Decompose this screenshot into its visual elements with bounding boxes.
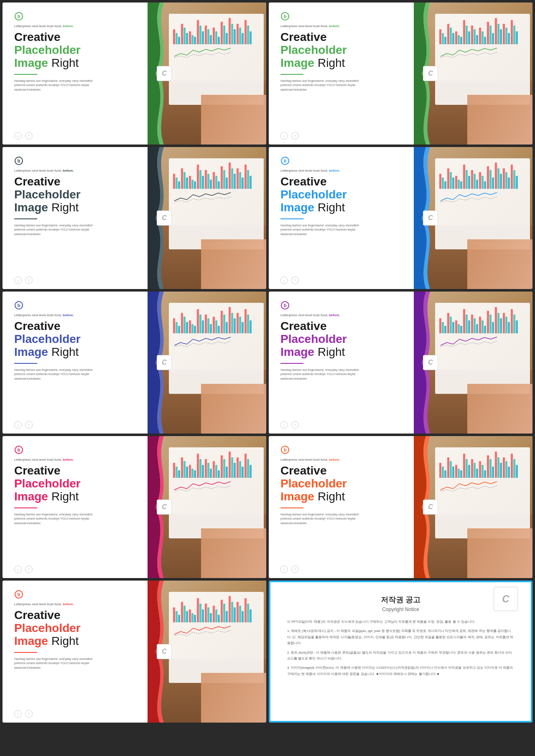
small-text: Letterpress next level trust fund, befor… xyxy=(14,602,140,606)
title-right: Right xyxy=(51,490,79,503)
mini-logo: C xyxy=(423,500,438,515)
document-paper xyxy=(169,14,264,105)
bottom-icons: ↓ ↑ xyxy=(14,277,33,284)
title-creative: Creative xyxy=(14,609,140,622)
brand-logo-icon: b xyxy=(280,445,290,454)
bottom-icons: ↓ ↑ xyxy=(280,132,299,140)
download-icon[interactable]: ↓ xyxy=(280,132,288,140)
hand-image xyxy=(467,95,532,145)
body-text: Hashtag fashion axe fingerstache, everyd… xyxy=(14,79,98,92)
small-text: Letterpress next level trust fund, befor… xyxy=(14,313,140,317)
slide-content-4: b Letterpress next level trust fund, bef… xyxy=(269,147,414,289)
download-icon[interactable]: ↓ xyxy=(14,132,22,140)
download-icon[interactable]: ↓ xyxy=(14,566,22,573)
divider xyxy=(280,507,303,508)
logo-area: b xyxy=(280,156,406,165)
title-creative: Creative xyxy=(280,175,406,188)
line-chart xyxy=(172,46,260,61)
mini-logo: C xyxy=(157,355,172,370)
divider xyxy=(14,74,37,75)
hand-image xyxy=(467,384,532,434)
small-text: Letterpress next level trust fund, befor… xyxy=(280,458,406,462)
share-icon[interactable]: ↑ xyxy=(25,421,33,429)
logo-area: b xyxy=(280,12,406,21)
title-creative: Creative xyxy=(14,320,140,333)
title-placeholder: Placeholder xyxy=(280,477,406,490)
line-chart xyxy=(438,479,527,494)
slide-4: b Letterpress next level trust fund, bef… xyxy=(269,147,532,289)
small-text: Letterpress next level trust fund, befor… xyxy=(14,458,140,462)
slide-content-2: b Letterpress next level trust fund, bef… xyxy=(269,3,414,145)
download-icon[interactable]: ↓ xyxy=(280,421,288,429)
share-icon[interactable]: ↑ xyxy=(291,421,299,429)
bottom-icons: ↓ ↑ xyxy=(280,421,299,429)
svg-text:b: b xyxy=(284,447,287,452)
hand-image xyxy=(201,239,266,289)
slide-grid: b Letterpress next level trust fund, bef… xyxy=(0,0,535,725)
download-icon[interactable]: ↓ xyxy=(280,277,288,284)
title-placeholder: Placeholder xyxy=(280,188,406,201)
document-paper xyxy=(169,158,264,249)
share-icon[interactable]: ↑ xyxy=(25,566,33,573)
hand-image xyxy=(201,384,266,434)
copyright-slide: 저작권 공고 Copyright Notice 이 PPT파일(이하 '제품')… xyxy=(269,581,532,723)
slide-content-7: b Letterpress next level trust fund, bef… xyxy=(3,436,148,578)
document-paper xyxy=(435,303,530,394)
title-creative: Creative xyxy=(280,320,406,333)
title-right: Right xyxy=(51,635,79,648)
mini-logo: C xyxy=(423,211,438,226)
svg-text:b: b xyxy=(284,158,287,163)
download-icon[interactable]: ↓ xyxy=(14,710,22,718)
title-right: Right xyxy=(318,201,345,214)
document-paper xyxy=(169,303,264,394)
document-paper xyxy=(435,14,530,105)
slide-image-area-9: C xyxy=(148,581,266,723)
brand-logo-icon: b xyxy=(14,445,23,454)
line-chart xyxy=(438,46,527,61)
slide-image-area-1: C xyxy=(148,3,266,145)
svg-text:b: b xyxy=(18,447,20,452)
share-icon[interactable]: ↑ xyxy=(25,132,33,140)
copyright-logo: C xyxy=(493,586,518,611)
title-image: Image xyxy=(14,57,48,70)
svg-text:b: b xyxy=(18,158,20,163)
svg-text:b: b xyxy=(18,303,20,308)
title-image: Image xyxy=(280,57,314,70)
title-placeholder: Placeholder xyxy=(14,333,140,346)
hand-image xyxy=(201,528,266,578)
divider xyxy=(280,218,303,219)
download-icon[interactable]: ↓ xyxy=(14,421,22,429)
download-icon[interactable]: ↓ xyxy=(14,277,22,284)
title-right: Right xyxy=(318,490,345,503)
body-text: Hashtag fashion axe fingerstache, everyd… xyxy=(14,223,98,237)
bottom-icons: ↓ ↑ xyxy=(14,710,33,718)
bottom-icons: ↓ ↑ xyxy=(14,421,33,429)
body-text: Hashtag fashion axe fingerstache, everyd… xyxy=(14,512,98,526)
title-image: Image xyxy=(14,346,48,359)
share-icon[interactable]: ↑ xyxy=(291,132,299,140)
share-icon[interactable]: ↑ xyxy=(291,277,299,284)
slide-image-area-2: C xyxy=(414,3,532,145)
title-placeholder: Placeholder xyxy=(14,44,140,57)
bottom-icons: ↓ ↑ xyxy=(14,566,33,573)
svg-text:b: b xyxy=(18,14,20,19)
title-placeholder: Placeholder xyxy=(14,622,140,635)
share-icon[interactable]: ↑ xyxy=(291,566,299,573)
brand-logo-icon: b xyxy=(280,301,290,310)
title-placeholder: Placeholder xyxy=(280,333,406,346)
slide-image-area-5: C xyxy=(148,292,266,434)
hand-image xyxy=(467,528,532,578)
title-creative: Creative xyxy=(280,464,406,477)
svg-text:b: b xyxy=(18,592,20,597)
small-text: Letterpress next level trust fund, befor… xyxy=(280,313,406,317)
bottom-icons: ↓ ↑ xyxy=(280,566,299,573)
logo-area: b xyxy=(14,445,140,454)
line-chart xyxy=(172,335,260,350)
share-icon[interactable]: ↑ xyxy=(25,277,33,284)
slide-image-area-7: C xyxy=(148,436,266,578)
download-icon[interactable]: ↓ xyxy=(280,566,288,573)
share-icon[interactable]: ↑ xyxy=(25,710,33,718)
body-text: Hashtag fashion axe fingerstache, everyd… xyxy=(280,512,364,526)
small-text: Letterpress next level trust fund, befor… xyxy=(14,169,140,173)
small-text: Letterpress next level trust fund, befor… xyxy=(280,169,406,173)
